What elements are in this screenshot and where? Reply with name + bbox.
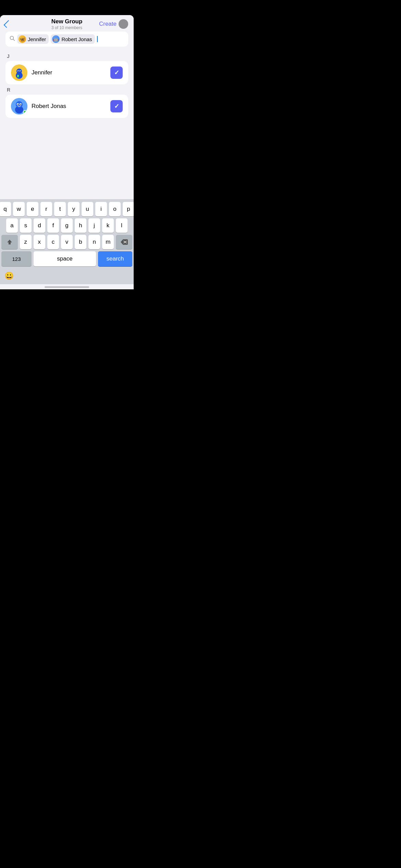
delete-key[interactable] xyxy=(116,235,132,249)
keyboard-row-3: z x c v b n m xyxy=(1,235,132,249)
key-y[interactable]: y xyxy=(68,202,80,216)
robert-tag-avatar: 🤖 xyxy=(52,35,60,43)
jennifer-avatar xyxy=(11,64,27,81)
svg-point-4 xyxy=(16,69,22,74)
home-indicator xyxy=(0,284,134,289)
jennifer-tag-label: Jennifer xyxy=(28,36,46,42)
key-i[interactable]: i xyxy=(95,202,107,216)
search-key[interactable]: search xyxy=(98,251,132,266)
key-k[interactable]: k xyxy=(102,218,114,233)
keyboard-row-2: a s d f g h j k l xyxy=(1,218,132,233)
create-avatar xyxy=(119,19,128,29)
jennifer-check-button[interactable]: ✓ xyxy=(110,67,123,79)
key-d[interactable]: d xyxy=(34,218,45,233)
back-button[interactable] xyxy=(5,21,11,27)
jennifer-name: Jennifer xyxy=(32,69,106,76)
key-u[interactable]: u xyxy=(82,202,93,216)
key-a[interactable]: a xyxy=(6,218,18,233)
section-label-r: R xyxy=(5,87,128,93)
contact-list: J xyxy=(0,51,134,199)
tag-robert[interactable]: 🤖 Robert Jonas xyxy=(51,34,95,44)
key-c[interactable]: c xyxy=(47,235,59,249)
header: New Group 3 of 10 members Create xyxy=(0,15,134,32)
text-cursor xyxy=(97,36,98,42)
keyboard-row-1: q w e r t y u i o p xyxy=(1,202,132,216)
search-icon xyxy=(10,36,15,43)
robert-name: Robert Jonas xyxy=(32,103,106,110)
section-label-j: J xyxy=(5,53,128,59)
svg-point-8 xyxy=(20,71,21,72)
key-r[interactable]: r xyxy=(40,202,52,216)
page-title: New Group xyxy=(51,18,83,25)
svg-point-7 xyxy=(18,71,19,72)
key-m[interactable]: m xyxy=(102,235,114,249)
key-g[interactable]: g xyxy=(61,218,73,233)
key-p[interactable]: p xyxy=(123,202,134,216)
svg-point-17 xyxy=(20,104,21,105)
keyboard-bottom-row: 123 space search xyxy=(1,251,132,266)
check-icon: ✓ xyxy=(114,69,119,76)
space-key[interactable]: space xyxy=(34,251,96,266)
home-bar xyxy=(45,286,89,288)
create-button[interactable]: Create xyxy=(99,19,128,29)
svg-point-16 xyxy=(17,104,19,105)
key-e[interactable]: e xyxy=(27,202,38,216)
svg-point-13 xyxy=(16,101,23,108)
header-center: New Group 3 of 10 members xyxy=(51,18,83,30)
jennifer-tag-avatar: 🦋 xyxy=(19,35,26,43)
svg-line-1 xyxy=(13,39,15,41)
key-o[interactable]: o xyxy=(109,202,121,216)
online-indicator xyxy=(23,110,27,114)
check-icon-robert: ✓ xyxy=(114,103,119,110)
key-h[interactable]: h xyxy=(75,218,86,233)
keyboard: q w e r t y u i o p a s d f g h j k l xyxy=(0,199,134,284)
key-x[interactable]: x xyxy=(34,235,45,249)
numbers-key[interactable]: 123 xyxy=(1,251,32,266)
tag-jennifer[interactable]: 🦋 Jennifer xyxy=(17,34,49,44)
emoji-icon: 😀 xyxy=(4,272,14,280)
key-j[interactable]: j xyxy=(88,218,100,233)
key-b[interactable]: b xyxy=(75,235,86,249)
key-s[interactable]: s xyxy=(20,218,32,233)
emoji-row: 😀 xyxy=(1,268,132,283)
robert-avatar xyxy=(11,98,27,114)
key-v[interactable]: v xyxy=(61,235,73,249)
key-l[interactable]: l xyxy=(116,218,127,233)
robert-tag-label: Robert Jonas xyxy=(61,36,92,42)
key-w[interactable]: w xyxy=(13,202,25,216)
key-z[interactable]: z xyxy=(20,235,32,249)
key-n[interactable]: n xyxy=(88,235,100,249)
create-label: Create xyxy=(99,21,117,27)
emoji-button[interactable]: 😀 xyxy=(1,270,16,282)
robert-check-button[interactable]: ✓ xyxy=(110,100,123,112)
svg-rect-10 xyxy=(17,75,19,77)
contact-robert[interactable]: Robert Jonas ✓ xyxy=(5,95,128,118)
key-f[interactable]: f xyxy=(47,218,59,233)
back-arrow-icon xyxy=(4,20,12,28)
search-bar[interactable]: 🦋 Jennifer 🤖 Robert Jonas xyxy=(5,32,128,47)
key-q[interactable]: q xyxy=(0,202,11,216)
shift-key[interactable] xyxy=(1,235,18,249)
contact-jennifer[interactable]: Jennifer ✓ xyxy=(5,61,128,84)
key-t[interactable]: t xyxy=(54,202,66,216)
member-count: 3 of 10 members xyxy=(51,25,83,30)
